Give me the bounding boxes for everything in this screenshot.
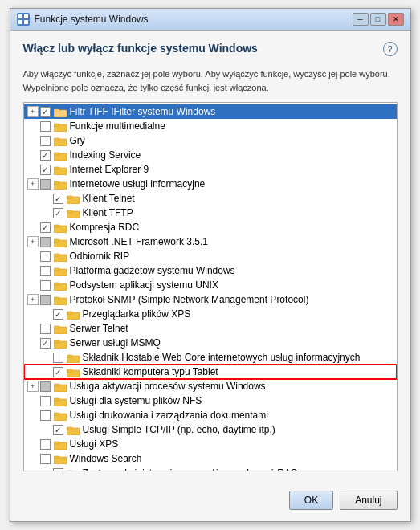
titlebar-left: Funkcje systemu Windows xyxy=(17,13,149,26)
folder-icon xyxy=(54,280,67,291)
feature-checkbox[interactable]: ✓ xyxy=(40,165,51,175)
list-item[interactable]: Podsystem aplikacji systemu UNIX xyxy=(24,278,397,292)
feature-checkbox[interactable]: ✓ xyxy=(53,208,63,218)
folder-icon xyxy=(67,367,80,377)
feature-checkbox[interactable] xyxy=(40,266,51,276)
svg-rect-54 xyxy=(67,471,80,472)
list-item[interactable]: Usługi drukowania i zarządzania dokument… xyxy=(24,408,397,422)
svg-rect-23 xyxy=(54,239,59,242)
list-item[interactable]: ✓ Kompresja RDC xyxy=(24,220,397,234)
window-icon xyxy=(17,13,30,26)
feature-checkbox[interactable] xyxy=(40,454,51,464)
expander-icon xyxy=(40,424,51,435)
list-item[interactable]: ✓ Składniki komputera typu Tablet xyxy=(24,365,397,379)
expander-icon xyxy=(27,251,39,262)
folder-icon xyxy=(54,121,67,132)
list-item[interactable]: Serwer Telnet xyxy=(24,321,397,336)
svg-rect-1 xyxy=(24,14,28,18)
list-item[interactable]: ✓ Indexing Service xyxy=(24,148,397,162)
list-item[interactable]: Odbiornik RIP xyxy=(24,249,397,263)
cancel-button[interactable]: Anuluj xyxy=(340,491,397,510)
svg-rect-13 xyxy=(54,167,59,169)
expander-icon xyxy=(27,120,39,132)
feature-checkbox[interactable] xyxy=(40,121,51,132)
feature-checkbox[interactable] xyxy=(40,251,51,262)
list-item[interactable]: + Internetowe usługi informacyjne xyxy=(24,177,397,191)
list-item[interactable]: Usługi XPS xyxy=(24,437,397,451)
feature-checkbox[interactable]: ✓ xyxy=(40,222,51,233)
maximize-button[interactable]: □ xyxy=(370,13,386,26)
list-item[interactable]: ✓ Internet Explorer 9 xyxy=(24,162,397,177)
svg-rect-29 xyxy=(54,283,59,285)
feature-checkbox[interactable] xyxy=(40,237,51,247)
svg-rect-3 xyxy=(24,20,28,24)
features-list[interactable]: +✓ Filtr TIFF IFilter systemu Windows Fu… xyxy=(23,102,398,471)
item-label: Protokół SNMP (Simple Network Management… xyxy=(70,294,309,305)
list-item[interactable]: Funkcje multimedialne xyxy=(24,119,397,133)
list-item[interactable]: + Usługa aktywacji procesów systemu Wind… xyxy=(24,379,397,393)
help-button[interactable]: ? xyxy=(383,42,398,56)
expander-icon[interactable]: + xyxy=(27,294,39,305)
minimize-button[interactable]: ─ xyxy=(353,13,369,26)
feature-checkbox[interactable]: ✓ xyxy=(40,107,51,117)
svg-rect-17 xyxy=(67,196,72,198)
feature-checkbox[interactable] xyxy=(40,280,51,291)
svg-rect-5 xyxy=(54,109,59,112)
list-item[interactable]: ✓ Przeglądarka plików XPS xyxy=(24,307,397,321)
list-item[interactable]: ✓ Serwer usługi MSMQ xyxy=(24,336,397,350)
list-item[interactable]: ✓ Klient Telnet xyxy=(24,191,397,206)
folder-icon xyxy=(54,150,67,161)
feature-checkbox[interactable]: ✓ xyxy=(40,338,51,349)
list-item[interactable]: + Microsoft .NET Framework 3.5.1 xyxy=(24,234,397,249)
feature-checkbox[interactable] xyxy=(40,324,51,334)
expander-icon[interactable]: + xyxy=(27,381,39,392)
svg-rect-43 xyxy=(54,384,59,386)
svg-rect-53 xyxy=(54,456,59,459)
feature-checkbox[interactable] xyxy=(40,396,51,406)
list-item[interactable]: ✓ Usługi Simple TCP/IP (np. echo, daytim… xyxy=(24,422,397,437)
svg-rect-31 xyxy=(54,297,59,300)
folder-icon xyxy=(54,266,67,276)
list-item[interactable]: Gry xyxy=(24,133,397,148)
list-item[interactable]: ✓ Zestaw administracyjny menedżera połąc… xyxy=(24,466,397,471)
svg-rect-19 xyxy=(67,210,72,213)
feature-checkbox[interactable] xyxy=(40,410,51,421)
list-item[interactable]: Składnik Hostable Web Core internetowych… xyxy=(24,350,397,365)
expander-icon[interactable]: + xyxy=(27,106,39,117)
feature-checkbox[interactable]: ✓ xyxy=(53,367,63,377)
item-label: Odbiornik RIP xyxy=(70,251,130,262)
folder-icon xyxy=(54,396,67,406)
expander-icon xyxy=(27,453,39,464)
svg-rect-21 xyxy=(54,225,59,227)
titlebar: Funkcje systemu Windows ─ □ ✕ xyxy=(10,9,410,31)
feature-checkbox[interactable] xyxy=(40,136,51,146)
feature-checkbox[interactable] xyxy=(40,295,51,305)
feature-checkbox[interactable]: ✓ xyxy=(53,309,63,320)
expander-icon[interactable]: + xyxy=(27,178,39,190)
feature-checkbox[interactable]: ✓ xyxy=(53,425,63,435)
expander-icon xyxy=(27,279,39,291)
feature-checkbox[interactable]: ✓ xyxy=(40,150,51,161)
page-title: Włącz lub wyłącz funkcje systemu Windows xyxy=(23,42,383,55)
list-item[interactable]: +✓ Filtr TIFF IFilter systemu Windows xyxy=(24,104,397,119)
list-item[interactable]: Usługi dla systemu plików NFS xyxy=(24,393,397,408)
feature-checkbox[interactable]: ✓ xyxy=(53,194,63,204)
folder-icon xyxy=(54,324,67,334)
list-item[interactable]: Windows Search xyxy=(24,451,397,466)
feature-checkbox[interactable] xyxy=(40,179,51,190)
expander-icon xyxy=(27,410,39,421)
feature-checkbox[interactable] xyxy=(40,381,51,392)
svg-rect-11 xyxy=(54,153,59,155)
list-item[interactable]: ✓ Klient TFTP xyxy=(24,206,397,220)
folder-icon xyxy=(54,338,67,349)
feature-checkbox[interactable] xyxy=(53,353,63,363)
expander-icon xyxy=(27,323,39,334)
description-text: Aby włączyć funkcje, zaznacz jej pole wy… xyxy=(23,67,398,94)
feature-checkbox[interactable]: ✓ xyxy=(53,468,63,472)
ok-button[interactable]: OK xyxy=(289,491,333,510)
close-button[interactable]: ✕ xyxy=(388,13,404,26)
expander-icon[interactable]: + xyxy=(27,236,39,247)
feature-checkbox[interactable] xyxy=(40,439,51,450)
list-item[interactable]: Platforma gadżetów systemu Windows xyxy=(24,263,397,278)
list-item[interactable]: + Protokół SNMP (Simple Network Manageme… xyxy=(24,292,397,307)
